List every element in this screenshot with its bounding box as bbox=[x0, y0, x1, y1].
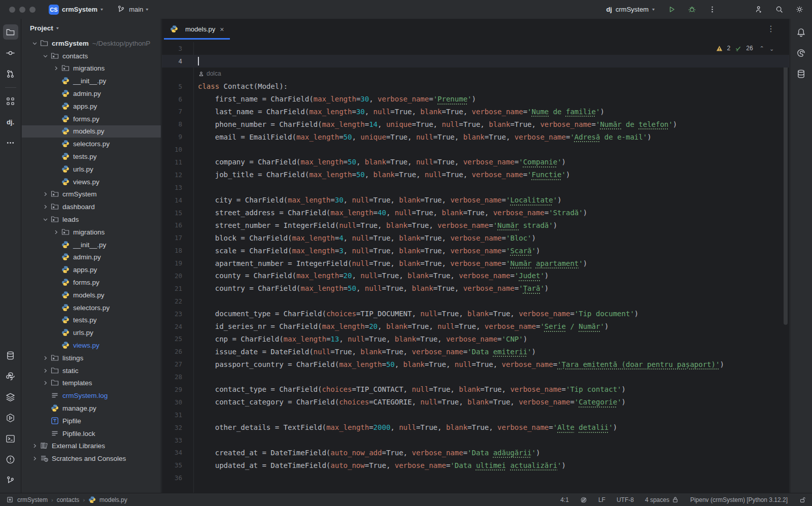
code-line-18[interactable]: 18 scale = CharField(max_length=3, null=… bbox=[162, 244, 789, 257]
tool-window-button-terminal[interactable] bbox=[3, 431, 18, 446]
tool-window-button-structure[interactable] bbox=[3, 93, 18, 109]
code-line-6[interactable]: 6 first_name = CharField(max_length=30, … bbox=[162, 93, 789, 106]
code-line-12[interactable]: 12 job_title = CharField(max_length=50, … bbox=[162, 168, 789, 181]
window-controls[interactable] bbox=[9, 7, 36, 13]
code-line-30[interactable]: 30 contact_category = CharField(choices=… bbox=[162, 396, 789, 409]
tree-item-apps.py[interactable]: apps.py bbox=[22, 100, 161, 113]
code-line-21[interactable]: 21 country = CharField(max_length=50, nu… bbox=[162, 282, 789, 295]
code-line-17[interactable]: 17 block = CharField(max_length=4, null=… bbox=[162, 231, 789, 244]
tool-window-button-database[interactable] bbox=[3, 348, 18, 363]
chevron-collapsed-icon[interactable] bbox=[40, 355, 51, 361]
tree-item-templates[interactable]: templates bbox=[22, 377, 161, 390]
breadcrumb-project[interactable]: crmSystem bbox=[17, 496, 48, 503]
tree-item-tests.py[interactable]: tests.py bbox=[22, 314, 161, 327]
code-line-4[interactable]: 4 bbox=[162, 55, 789, 68]
code-editor[interactable]: 2 26 ⌃⌃ 34dolca5class Contact(Model):6 f… bbox=[162, 42, 789, 493]
project-widget[interactable]: CS crmSystem ▾ bbox=[49, 5, 103, 15]
tree-item-__init__.py[interactable]: __init__.py bbox=[22, 239, 161, 251]
code-line-14[interactable]: 14 city = CharField(max_length=30, null=… bbox=[162, 194, 789, 207]
author-inlay[interactable]: dolca bbox=[162, 68, 789, 80]
tree-item-apps.py[interactable]: apps.py bbox=[22, 263, 161, 276]
code-line-16[interactable]: 16 street_number = IntegerField(null=Tru… bbox=[162, 219, 789, 231]
code-line-13[interactable]: 13 bbox=[162, 181, 789, 194]
tool-window-button-version-control[interactable] bbox=[3, 473, 18, 488]
tool-window-button-commit[interactable] bbox=[3, 45, 18, 60]
code-line-32[interactable]: 32 other_details = TextField(max_length=… bbox=[162, 421, 789, 434]
tab-models-py[interactable]: models.py × bbox=[164, 19, 230, 40]
write-access-unlock-icon[interactable] bbox=[799, 496, 806, 503]
interpreter-widget[interactable]: Pipenv (crmSystem) [Python 3.12.2] bbox=[690, 496, 788, 503]
code-line-29[interactable]: 29 contact_type = CharField(choices=TIP_… bbox=[162, 383, 789, 396]
tree-item-crmSystem.log[interactable]: crmSystem.log bbox=[22, 389, 161, 402]
line-ending-widget[interactable]: LF bbox=[598, 496, 605, 503]
close-tab-icon[interactable]: × bbox=[220, 25, 224, 33]
run-configuration-widget[interactable]: dj crmSystem ▾ bbox=[606, 6, 655, 13]
code-with-me-button[interactable] bbox=[753, 4, 764, 15]
tool-window-button-problems[interactable] bbox=[3, 452, 18, 467]
tree-item-dashboard[interactable]: dashboard bbox=[22, 200, 161, 213]
tree-item-selectors.py[interactable]: selectors.py bbox=[22, 301, 161, 314]
chevron-expanded-icon[interactable] bbox=[29, 40, 40, 47]
caret-position-widget[interactable]: 4:1 bbox=[560, 496, 569, 503]
ai-completion-disabled-icon[interactable] bbox=[580, 496, 587, 503]
tool-window-button-notifications[interactable] bbox=[794, 24, 809, 40]
debug-button[interactable] bbox=[686, 4, 697, 15]
tree-item-Scratches-and-Consoles[interactable]: Scratches and Consoles bbox=[22, 452, 161, 465]
chevron-collapsed-icon[interactable] bbox=[29, 455, 40, 462]
tree-item-migrations[interactable]: migrations bbox=[22, 226, 161, 239]
code-line-15[interactable]: 15 street_address = CharField(max_length… bbox=[162, 207, 789, 219]
indent-widget[interactable]: 4 spaces bbox=[645, 496, 679, 503]
run-button[interactable] bbox=[666, 4, 677, 15]
code-line-27[interactable]: 27 passport_country = CharField(max_leng… bbox=[162, 358, 789, 370]
tree-item-urls.py[interactable]: urls.py bbox=[22, 163, 161, 176]
tool-window-button-more-tool-windows[interactable] bbox=[3, 135, 18, 150]
tree-item-Pipfile.lock[interactable]: Pipfile.lock bbox=[22, 427, 161, 440]
chevron-collapsed-icon[interactable] bbox=[40, 367, 51, 374]
code-line-36[interactable]: 36 bbox=[162, 471, 789, 484]
code-line-24[interactable]: 24 id_series_nr = CharField(max_length=2… bbox=[162, 320, 789, 333]
tool-window-button-ai-assistant[interactable] bbox=[794, 45, 809, 60]
code-line-33[interactable]: 33 bbox=[162, 434, 789, 447]
code-line-34[interactable]: 34 created_at = DateTimeField(auto_now_a… bbox=[162, 447, 789, 459]
tree-item-views.py[interactable]: views.py bbox=[22, 339, 161, 352]
tree-item-crmSystem[interactable]: crmSystem~/Desktop/pythonP bbox=[22, 37, 161, 50]
tree-item-tests.py[interactable]: tests.py bbox=[22, 150, 161, 163]
code-line-20[interactable]: 20 county = CharField(max_length=20, nul… bbox=[162, 269, 789, 282]
tool-window-button-pull-requests[interactable] bbox=[3, 66, 18, 81]
tree-item-contacts[interactable]: contacts bbox=[22, 50, 161, 62]
code-line-8[interactable]: 8 phone_number = CharField(max_length=14… bbox=[162, 118, 789, 130]
code-line-31[interactable]: 31 bbox=[162, 409, 789, 421]
code-line-9[interactable]: 9 email = EmailField(max_length=50, uniq… bbox=[162, 130, 789, 143]
encoding-widget[interactable]: UTF-8 bbox=[617, 496, 634, 503]
tool-window-button-django-structure[interactable]: dj. bbox=[3, 114, 18, 129]
tree-item-urls.py[interactable]: urls.py bbox=[22, 326, 161, 339]
more-actions-button[interactable] bbox=[706, 4, 718, 15]
chevron-collapsed-icon[interactable] bbox=[29, 443, 40, 449]
code-line-10[interactable]: 10 bbox=[162, 143, 789, 156]
code-line-5[interactable]: 5class Contact(Model): bbox=[162, 80, 789, 93]
tree-item-leads[interactable]: leads bbox=[22, 213, 161, 226]
breadcrumb[interactable]: crmSystem › contacts › models.py bbox=[6, 496, 127, 503]
code-line-19[interactable]: 19 apartment_number = IntegerField(null=… bbox=[162, 257, 789, 269]
code-line-35[interactable]: 35 updated_at = DateTimeField(auto_now=T… bbox=[162, 459, 789, 471]
tree-item-__init__.py[interactable]: __init__.py bbox=[22, 75, 161, 87]
chevron-collapsed-icon[interactable] bbox=[50, 65, 61, 72]
breadcrumb-package[interactable]: contacts bbox=[57, 496, 80, 503]
tool-window-button-project[interactable] bbox=[3, 24, 18, 40]
vcs-branch-widget[interactable]: main ▾ bbox=[115, 4, 148, 15]
chevron-collapsed-icon[interactable] bbox=[40, 380, 51, 386]
tree-item-External-Libraries[interactable]: External Libraries bbox=[22, 440, 161, 453]
code-line-23[interactable]: 23 document_type = CharField(choices=TIP… bbox=[162, 308, 789, 320]
tree-item-listings[interactable]: listings bbox=[22, 352, 161, 364]
code-line-3[interactable]: 3 bbox=[162, 42, 789, 55]
chevron-collapsed-icon[interactable] bbox=[40, 204, 51, 210]
code-line-11[interactable]: 11 company = CharField(max_length=50, bl… bbox=[162, 156, 789, 168]
chevron-collapsed-icon[interactable] bbox=[40, 191, 51, 197]
tree-item-migrations[interactable]: migrations bbox=[22, 62, 161, 75]
tree-item-views.py[interactable]: views.py bbox=[22, 176, 161, 188]
settings-gear-button[interactable] bbox=[794, 4, 805, 15]
tree-item-forms.py[interactable]: forms.py bbox=[22, 113, 161, 125]
code-line-7[interactable]: 7 last_name = CharField(max_length=30, n… bbox=[162, 105, 789, 118]
editor-options-kebab-icon[interactable]: ⋮ bbox=[767, 24, 775, 33]
tree-item-crmSystem[interactable]: crmSystem bbox=[22, 188, 161, 201]
